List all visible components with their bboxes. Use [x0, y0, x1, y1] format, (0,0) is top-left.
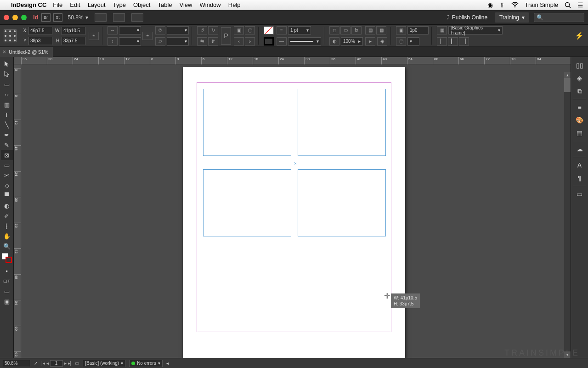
bridge-button[interactable]: Br — [41, 13, 51, 22]
shear-field[interactable]: ▾ — [167, 37, 189, 46]
account-name[interactable]: Train Simple — [525, 1, 558, 8]
prev-page-button[interactable]: ◂ — [46, 361, 49, 366]
zoom-level-field[interactable]: 50.8% — [3, 360, 30, 367]
next-object-button[interactable]: ▹ — [245, 37, 255, 46]
menu-type[interactable]: Type — [113, 1, 126, 8]
layers-panel-icon[interactable]: ◈ — [572, 72, 587, 85]
horizontal-ruler[interactable]: 363024181260612182430364248546066727884 — [21, 57, 571, 64]
pages-panel-icon[interactable]: ▯▯ — [572, 59, 587, 72]
constrain-wh-icon[interactable]: ⚭ — [89, 32, 99, 40]
menu-object[interactable]: Object — [133, 1, 151, 8]
swatches-panel-icon[interactable]: ▦ — [572, 126, 587, 139]
quick-apply-button[interactable]: ⚡ — [573, 25, 585, 46]
w-field[interactable] — [62, 27, 85, 35]
object-style-field[interactable]: [Basic Graphics Frame]▾ — [448, 26, 503, 34]
menu-view[interactable]: View — [180, 1, 192, 8]
rotate-ccw-button[interactable]: ↺ — [197, 26, 207, 34]
blend-button[interactable]: ◉ — [377, 37, 387, 46]
type-tool[interactable]: T — [1, 109, 13, 120]
view-options-2[interactable] — [113, 13, 125, 22]
layout-dropdown[interactable]: [Basic] (working)▾ — [83, 360, 125, 367]
maximize-button[interactable] — [21, 15, 27, 20]
view-options-3[interactable] — [131, 13, 143, 22]
color-panel-icon[interactable]: 🎨 — [572, 114, 587, 126]
frame-2[interactable] — [298, 89, 386, 156]
scroll-left-button[interactable]: ◂ — [166, 361, 169, 366]
frame-1[interactable] — [203, 89, 291, 156]
page-tool[interactable]: ▭ — [1, 79, 13, 89]
close-button[interactable] — [4, 15, 9, 20]
fill-stroke-swatch[interactable] — [2, 253, 12, 263]
app-menu[interactable]: InDesign CC — [11, 1, 46, 8]
gradient-swatch-tool[interactable]: ▀ — [1, 190, 13, 201]
vertical-scrollbar[interactable]: ▴ ▾ — [564, 72, 571, 358]
menu-window[interactable]: Window — [200, 1, 221, 8]
flip-h-button[interactable]: ⇋ — [197, 37, 207, 46]
first-page-button[interactable]: |◂ — [41, 361, 45, 366]
apply-color-button[interactable]: ▪ — [1, 266, 13, 276]
text-wrap-none-button[interactable]: ▤ — [365, 26, 375, 34]
screen-mode-button[interactable]: ▣ — [1, 296, 13, 306]
line-tool[interactable]: ╲ — [1, 120, 13, 130]
view-mode-button[interactable]: ▭ — [1, 286, 13, 296]
x-field[interactable] — [28, 27, 52, 35]
fit-frame-icon[interactable]: ▣ — [396, 26, 406, 34]
text-wrap-bound-button[interactable]: ▦ — [376, 26, 386, 34]
corner-options-button[interactable]: ◻ — [329, 26, 339, 34]
rectangle-frame-tool[interactable]: ⊠ — [1, 150, 13, 160]
dropbox-icon[interactable]: ⇪ — [499, 1, 505, 9]
notification-center-icon[interactable]: ☰ — [577, 1, 583, 9]
canvas[interactable]: × ✛ W: 41p10.5 H: 33p7.5 ▴ ▾ — [21, 64, 571, 358]
open-button[interactable]: ▭ — [75, 361, 79, 366]
y-field[interactable] — [28, 37, 52, 45]
publish-online-button[interactable]: ⤴ Publish Online — [447, 14, 487, 21]
zoom-tool[interactable]: 🔍 — [1, 241, 13, 251]
select-container-button[interactable]: ▣ — [234, 26, 244, 34]
flip-v-button[interactable]: ⇵ — [208, 37, 218, 46]
fx-button[interactable]: fx — [351, 26, 362, 34]
rectangle-tool[interactable]: ▭ — [1, 160, 13, 170]
next-page-button[interactable]: ▸ — [64, 361, 67, 366]
align-dd[interactable]: ▾ — [407, 37, 419, 46]
vertical-ruler[interactable]: 0612182430364248546066 — [14, 64, 21, 358]
export-icon[interactable]: ↗ — [34, 361, 38, 366]
pen-tool[interactable]: ✒ — [1, 130, 13, 140]
stroke-swatch[interactable] — [264, 37, 274, 46]
scale-y-field[interactable]: ▾ — [119, 37, 141, 46]
close-tab-button[interactable]: × — [3, 49, 6, 55]
selection-tool[interactable] — [1, 59, 13, 69]
links-panel-icon[interactable]: ⧉ — [572, 85, 587, 98]
object-styles-panel-icon[interactable]: ▭ — [572, 188, 587, 201]
align-left-button[interactable]: ▏ — [437, 37, 447, 46]
paragraph-panel-icon[interactable]: ¶ — [572, 172, 587, 184]
document-tab[interactable]: × Untitled-2 @ 51% — [0, 47, 53, 57]
menu-edit[interactable]: Edit — [70, 1, 80, 8]
free-transform-tool[interactable]: ◇ — [1, 180, 13, 190]
workspace-switcher[interactable]: Training ▾ — [495, 12, 529, 23]
rotate-cw-button[interactable]: ↻ — [208, 26, 218, 34]
prev-object-button[interactable]: ◃ — [234, 37, 244, 46]
reference-point-grid[interactable] — [4, 29, 17, 42]
gap-tool[interactable]: ↔ — [1, 89, 13, 99]
menu-help[interactable]: Help — [228, 1, 241, 8]
wifi-icon[interactable] — [511, 2, 519, 8]
preflight-status[interactable]: No errors▾ — [129, 360, 163, 367]
gap-field[interactable]: 1p0 — [407, 26, 429, 34]
scissors-tool[interactable]: ✂ — [1, 170, 13, 180]
cc-libraries-panel-icon[interactable]: ☁ — [572, 143, 587, 155]
help-search[interactable]: 🔍 — [534, 13, 584, 22]
stroke-weight-field[interactable]: 1 pt▾ — [288, 26, 311, 34]
fill-swatch[interactable] — [264, 26, 274, 34]
minimize-button[interactable] — [12, 15, 18, 20]
align-right-button[interactable]: ▕ — [459, 37, 469, 46]
pencil-tool[interactable]: ✎ — [1, 140, 13, 150]
frame-4[interactable] — [298, 169, 386, 236]
rotate-field[interactable]: ▾ — [167, 26, 189, 34]
view-options-1[interactable] — [95, 13, 107, 22]
select-content-button[interactable]: ▢ — [245, 26, 255, 34]
stroke-style-field[interactable]: ▾ — [288, 37, 321, 46]
menu-table[interactable]: Table — [158, 1, 172, 8]
effects-button[interactable]: ▭ — [340, 26, 351, 34]
stroke-panel-icon[interactable]: ≡ — [572, 101, 587, 114]
scroll-thumb[interactable] — [564, 78, 571, 92]
